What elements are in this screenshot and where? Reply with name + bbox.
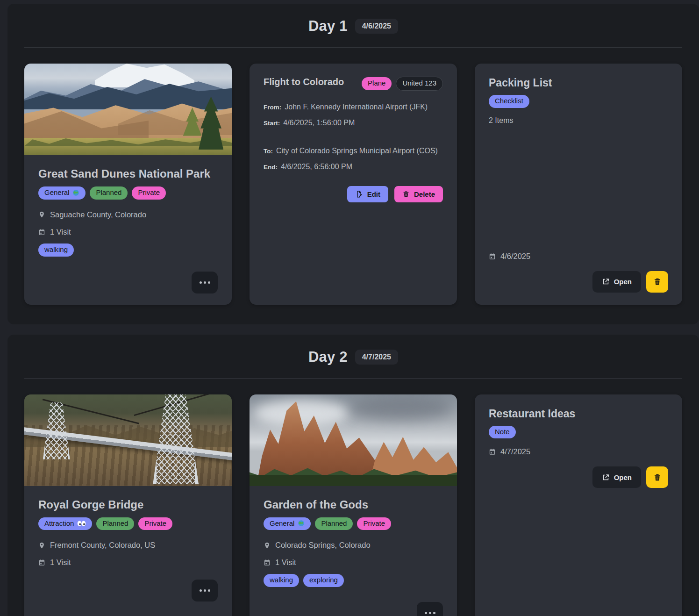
- more-options-button[interactable]: [192, 580, 218, 602]
- tag-row: General Planned Private: [264, 517, 443, 530]
- place-photo-great-sand-dunes: [24, 64, 232, 155]
- calendar-icon: [38, 229, 45, 236]
- activity-tag: walking: [38, 244, 74, 257]
- calendar-icon: [489, 448, 496, 455]
- flight-card[interactable]: Flight to Colorado Plane United 123 From…: [250, 64, 457, 305]
- visits-text: 1 Visit: [50, 228, 71, 236]
- tag-planned: Planned: [315, 517, 353, 530]
- tag-label: Attraction: [44, 519, 74, 528]
- checklist-type-badge: Checklist: [489, 95, 529, 108]
- checklist-date-row: 4/6/2025: [489, 252, 668, 261]
- note-date: 4/7/2025: [500, 447, 530, 456]
- location-text: Fremont County, Colorado, US: [50, 541, 155, 550]
- more-options-button[interactable]: [417, 602, 443, 616]
- place-card-garden-of-the-gods[interactable]: Garden of the Gods General Planned Priva…: [250, 394, 457, 616]
- map-pin-icon: [38, 211, 45, 218]
- tag-general: General: [264, 517, 311, 530]
- location-text: Colorado Springs, Colorado: [275, 541, 371, 550]
- place-card-body: Garden of the Gods General Planned Priva…: [250, 486, 457, 616]
- visits-text: 1 Visit: [50, 558, 71, 567]
- checklist-card-body: Packing List Checklist 2 Items 4/6/2025 …: [475, 64, 682, 305]
- note-date-row: 4/7/2025: [489, 447, 668, 456]
- checklist-card-packing-list[interactable]: Packing List Checklist 2 Items 4/6/2025 …: [475, 64, 682, 305]
- open-button[interactable]: Open: [592, 466, 641, 488]
- items-count: 2 Items: [489, 116, 668, 125]
- globe-emoji-icon: [298, 520, 305, 527]
- tag-attraction: Attraction: [38, 517, 92, 530]
- note-card-body: Restaurant Ideas Note 4/7/2025 Open: [475, 394, 682, 616]
- calendar-icon: [38, 559, 45, 566]
- visits-row: 1 Visit: [264, 558, 443, 567]
- day2-date-badge: 4/7/2025: [355, 350, 398, 365]
- more-options-button[interactable]: [192, 272, 218, 294]
- day1-date-badge: 4/6/2025: [355, 19, 398, 34]
- visits-row: 1 Visit: [38, 228, 218, 236]
- trash-icon: [402, 190, 410, 198]
- trash-icon: [653, 473, 662, 482]
- note-type-badge: Note: [489, 426, 516, 439]
- from-value: John F. Kennedy International Airport (J…: [285, 103, 428, 111]
- flight-number-badge: United 123: [396, 77, 443, 91]
- tag-general: General: [38, 186, 86, 200]
- start-value: 4/6/2025, 1:56:00 PM: [283, 119, 355, 127]
- visits-row: 1 Visit: [38, 558, 218, 567]
- place-photo-royal-gorge-bridge: [24, 394, 232, 486]
- place-title: Royal Gorge Bridge: [38, 498, 218, 511]
- flight-card-body: Flight to Colorado Plane United 123 From…: [250, 64, 457, 305]
- tag-label: General: [44, 188, 69, 197]
- place-card-body: Great Sand Dunes National Park General P…: [24, 155, 232, 305]
- delete-note-button[interactable]: [646, 466, 668, 488]
- delete-checklist-button[interactable]: [646, 271, 668, 293]
- flight-title: Flight to Colorado: [264, 77, 344, 87]
- day1-header: Day 1 4/6/2025: [7, 18, 699, 35]
- globe-emoji-icon: [72, 189, 79, 196]
- open-button[interactable]: Open: [592, 271, 641, 293]
- document-edit-icon: [355, 190, 363, 198]
- note-card-restaurant-ideas[interactable]: Restaurant Ideas Note 4/7/2025 Open: [475, 394, 682, 616]
- day2-header: Day 2 4/7/2025: [7, 349, 699, 365]
- map-pin-icon: [38, 542, 45, 549]
- place-card-great-sand-dunes[interactable]: Great Sand Dunes National Park General P…: [24, 64, 232, 305]
- external-link-icon: [602, 278, 610, 286]
- location-row: Fremont County, Colorado, US: [38, 541, 218, 550]
- to-value: City of Colorado Springs Municipal Airpo…: [276, 147, 438, 155]
- transport-mode-badge: Plane: [362, 77, 392, 90]
- day2-title: Day 2: [308, 349, 348, 365]
- tag-planned: Planned: [90, 186, 128, 200]
- from-label: From:: [264, 104, 281, 111]
- day2-cards: Royal Gorge Bridge Attraction Planned Pr…: [7, 379, 699, 616]
- checklist-date: 4/6/2025: [500, 252, 530, 261]
- departure-info: From:John F. Kennedy International Airpo…: [264, 103, 443, 135]
- start-label: Start:: [264, 120, 280, 127]
- edit-button[interactable]: Edit: [347, 186, 388, 202]
- itinerary-page: { "colors": { "accent_purple": "#818cf8"…: [0, 0, 699, 616]
- place-title: Garden of the Gods: [264, 498, 443, 511]
- day1-title: Day 1: [308, 18, 348, 35]
- place-title: Great Sand Dunes National Park: [38, 167, 218, 180]
- to-label: To:: [264, 148, 273, 155]
- place-card-body: Royal Gorge Bridge Attraction Planned Pr…: [24, 486, 232, 616]
- external-link-icon: [602, 473, 610, 481]
- place-card-royal-gorge-bridge[interactable]: Royal Gorge Bridge Attraction Planned Pr…: [24, 394, 232, 616]
- tag-row: General Planned Private: [38, 186, 218, 200]
- map-pin-icon: [264, 542, 271, 549]
- day1-section: Day 1 4/6/2025 Great Sand Dunes National…: [7, 4, 699, 324]
- activity-tag: exploring: [303, 574, 344, 587]
- calendar-icon: [489, 253, 496, 260]
- activity-row: walking exploring: [264, 574, 443, 587]
- location-row: Saguache County, Colorado: [38, 210, 218, 219]
- arrival-info: To:City of Colorado Springs Municipal Ai…: [264, 147, 443, 179]
- delete-button[interactable]: Delete: [394, 186, 443, 202]
- day2-section: Day 2 4/7/2025 Royal Gorge Bridge Attrac…: [7, 335, 699, 616]
- calendar-icon: [264, 559, 271, 566]
- location-row: Colorado Springs, Colorado: [264, 541, 443, 550]
- tag-private: Private: [138, 517, 172, 530]
- tag-row: Attraction Planned Private: [38, 517, 218, 530]
- location-text: Saguache County, Colorado: [50, 210, 146, 219]
- end-label: End:: [264, 164, 278, 171]
- note-title: Restaurant Ideas: [489, 408, 668, 420]
- day1-cards: Great Sand Dunes National Park General P…: [7, 48, 699, 305]
- place-photo-garden-of-the-gods: [250, 394, 457, 486]
- tag-planned: Planned: [96, 517, 134, 530]
- tag-private: Private: [132, 186, 166, 200]
